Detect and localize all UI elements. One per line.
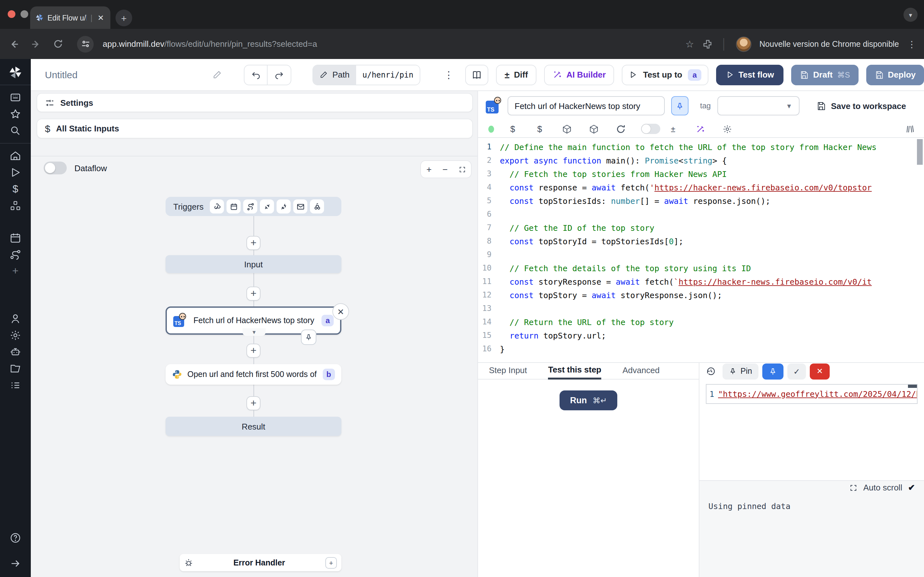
save-to-workspace-button[interactable]: Save to workspace xyxy=(816,101,906,111)
windmill-logo[interactable] xyxy=(3,65,27,80)
pinned-data-editor[interactable]: 1"https://www.geoffreylitt.com/2025/04/1… xyxy=(706,384,918,404)
site-info-icon[interactable] xyxy=(77,35,94,52)
tab-search-chevron-icon[interactable]: ▾ xyxy=(903,8,918,22)
ai-builder-button[interactable]: AI Builder xyxy=(544,64,614,85)
dataflow-toggle[interactable] xyxy=(44,161,67,174)
pin-button[interactable]: Pin xyxy=(722,363,758,379)
sidebar-item-schedules-icon[interactable] xyxy=(3,230,27,245)
expand-icon[interactable] xyxy=(850,484,858,492)
code-editor[interactable]: 1// Define the main function to fetch th… xyxy=(478,137,924,362)
sidebar-item-runs-icon[interactable] xyxy=(3,165,27,180)
zoom-out-icon[interactable]: − xyxy=(443,164,447,174)
tag-select[interactable]: ▼ xyxy=(717,96,799,115)
expand-sidebar-icon[interactable] xyxy=(3,556,27,571)
run-button[interactable]: Run ⌘↵ xyxy=(560,390,617,410)
close-window-button[interactable] xyxy=(8,10,15,18)
path-control[interactable]: Path u/henri/pin xyxy=(312,64,420,85)
test-up-to-step-badge[interactable]: a xyxy=(688,69,701,81)
websocket-trigger-icon[interactable] xyxy=(260,199,274,213)
sidebar-item-users-icon[interactable] xyxy=(3,311,27,326)
auto-scroll-checkmark[interactable]: ✔ xyxy=(908,483,915,492)
scrollbar-thumb[interactable] xyxy=(917,139,923,165)
sidebar-item-folders-icon[interactable] xyxy=(3,361,27,376)
resources-dollar-icon[interactable]: $ xyxy=(535,124,545,134)
expand-step-chevron-icon[interactable]: ▼ xyxy=(242,328,266,336)
editor-settings-gear-icon[interactable] xyxy=(722,124,732,134)
tab-test-this-step[interactable]: Test this step xyxy=(548,365,602,380)
http-route-trigger-icon[interactable] xyxy=(243,199,257,213)
forward-icon[interactable] xyxy=(29,37,42,50)
email-trigger-icon[interactable] xyxy=(293,199,307,213)
chrome-update-chip[interactable]: Nouvelle version de Chrome disponible xyxy=(759,39,899,48)
package-icon[interactable] xyxy=(561,124,572,134)
sidebar-item-settings-icon[interactable] xyxy=(3,327,27,343)
pin-step-button[interactable] xyxy=(671,96,688,115)
more-options-icon[interactable]: ⋮ xyxy=(443,69,455,81)
kafka-trigger-icon[interactable] xyxy=(276,199,291,213)
sidebar-item-routes-icon[interactable] xyxy=(3,247,27,262)
test-flow-button[interactable]: Test flow xyxy=(716,64,784,85)
bookmark-star-icon[interactable]: ☆ xyxy=(685,38,694,50)
variables-icon[interactable]: $ xyxy=(507,124,518,134)
flow-name-field[interactable]: Untitled xyxy=(45,69,222,80)
new-tab-button[interactable]: + xyxy=(115,10,132,26)
sidebar-item-search-icon[interactable] xyxy=(3,123,27,139)
delete-step-icon[interactable]: ✕ xyxy=(333,303,349,320)
docs-book-button[interactable] xyxy=(465,64,489,85)
schedule-trigger-icon[interactable] xyxy=(226,199,241,213)
sidebar-item-home-icon[interactable] xyxy=(3,148,27,163)
result-node[interactable]: Result xyxy=(166,417,341,436)
minimize-window-button[interactable] xyxy=(21,10,28,18)
browser-tab[interactable]: Edit Flow u/henri/pin_results | ✕ xyxy=(30,6,110,29)
package-icon[interactable] xyxy=(588,124,599,134)
pin-active-button[interactable] xyxy=(762,363,783,379)
input-node[interactable]: Input xyxy=(166,255,341,273)
diff-icon[interactable]: ± xyxy=(668,124,678,134)
confirm-check-button[interactable]: ✓ xyxy=(787,363,806,379)
add-step-button[interactable]: + xyxy=(246,343,260,358)
path-button[interactable]: Path xyxy=(313,65,356,84)
undo-button[interactable] xyxy=(244,64,268,85)
profile-avatar[interactable] xyxy=(736,36,751,52)
sidebar-item-add-icon[interactable]: + xyxy=(3,263,27,279)
auto-scroll-label[interactable]: Auto scroll xyxy=(863,483,902,492)
ai-wand-icon[interactable] xyxy=(695,124,705,134)
zoom-in-icon[interactable]: + xyxy=(426,164,431,174)
history-icon[interactable] xyxy=(706,366,716,376)
step-node-b[interactable]: Open url and fetch first 500 words of ..… xyxy=(166,364,341,385)
extensions-puzzle-icon[interactable] xyxy=(702,39,712,49)
sidebar-item-workers-icon[interactable] xyxy=(3,344,27,359)
back-icon[interactable] xyxy=(8,37,21,50)
error-handler-node[interactable]: Error Handler + xyxy=(180,554,341,571)
assistant-toggle[interactable] xyxy=(641,124,660,134)
flow-settings-card[interactable]: Settings xyxy=(37,93,473,112)
redo-button[interactable] xyxy=(268,64,291,85)
edit-pencil-icon[interactable] xyxy=(212,70,222,79)
chrome-menu-icon[interactable]: ⋮ xyxy=(907,39,916,49)
draft-button[interactable]: Draft ⌘S xyxy=(792,64,859,85)
refresh-icon[interactable] xyxy=(615,124,626,134)
diff-button[interactable]: ±Diff xyxy=(496,64,536,85)
tab-step-input[interactable]: Step Input xyxy=(489,366,527,376)
tab-advanced[interactable]: Advanced xyxy=(622,366,660,376)
sidebar-item-workspace-card-icon[interactable] xyxy=(3,90,27,105)
add-step-button[interactable]: + xyxy=(246,236,260,250)
help-icon[interactable] xyxy=(3,530,27,546)
tab-close-icon[interactable]: ✕ xyxy=(96,13,105,22)
deploy-button[interactable]: Deploy xyxy=(866,64,924,85)
sidebar-item-variables-icon[interactable]: $ xyxy=(3,181,27,197)
webhook-trigger-icon[interactable] xyxy=(210,199,224,213)
add-error-handler-icon[interactable]: + xyxy=(325,557,337,568)
add-step-button[interactable]: + xyxy=(246,396,260,410)
all-static-inputs-card[interactable]: $ All Static Inputs xyxy=(37,119,473,139)
scrollbar-thumb[interactable] xyxy=(908,385,917,388)
add-step-button[interactable]: + xyxy=(246,287,260,301)
sidebar-item-resources-icon[interactable] xyxy=(3,198,27,213)
reload-icon[interactable] xyxy=(51,37,64,50)
cancel-x-button[interactable]: ✕ xyxy=(810,363,830,379)
flow-canvas[interactable]: Settings $ All Static Inputs Dataflow + … xyxy=(31,91,478,577)
triggers-bar[interactable]: Triggers xyxy=(166,197,341,216)
step-title-input[interactable]: Fetch url of HackerNews top story xyxy=(507,96,665,115)
library-icon[interactable] xyxy=(905,124,915,134)
pinned-step-icon[interactable] xyxy=(301,330,317,345)
